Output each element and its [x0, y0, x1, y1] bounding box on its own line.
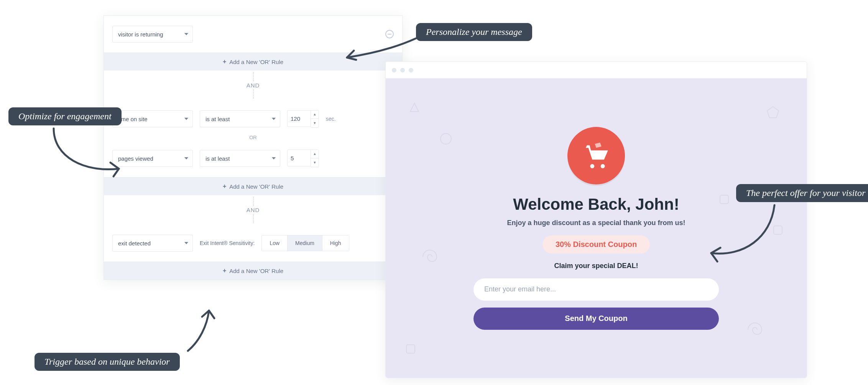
- rule-row-time: time on site is at least ▲ ▼ sec.: [112, 110, 394, 128]
- window-dot: [400, 68, 405, 72]
- svg-point-1: [441, 133, 451, 144]
- offer-popup: Welcome Back, John! Enjoy a huge discoun…: [473, 127, 719, 330]
- rule-row-pages: pages viewed is at least ▲ ▼: [112, 150, 394, 167]
- cart-badge: [567, 127, 625, 184]
- or-separator: OR: [112, 133, 394, 144]
- add-or-rule-button[interactable]: + Add a New 'OR' Rule: [104, 262, 402, 280]
- browser-preview: Welcome Back, John! Enjoy a huge discoun…: [385, 61, 807, 378]
- coupon-pill: 30% Discount Coupon: [542, 235, 650, 253]
- add-or-rule-button[interactable]: + Add a New 'OR' Rule: [104, 53, 402, 71]
- bg-shape-triangle: [409, 102, 420, 113]
- add-or-label: Add a New 'OR' Rule: [229, 59, 283, 65]
- bg-shape-circle: [439, 132, 452, 145]
- svg-rect-5: [774, 226, 782, 234]
- svg-point-6: [590, 164, 594, 168]
- svg-marker-2: [767, 107, 779, 118]
- callout-optimize: Optimize for engagement: [8, 107, 122, 125]
- sensitivity-segmented: Low Medium High: [261, 235, 349, 251]
- plus-icon: +: [223, 58, 226, 65]
- operator-select-time[interactable]: is at least: [200, 110, 280, 127]
- plus-icon: +: [223, 267, 226, 274]
- time-value-input[interactable]: [287, 110, 311, 127]
- popup-title: Welcome Back, John!: [473, 195, 719, 214]
- claim-label: Claim your special DEAL!: [473, 262, 719, 270]
- bg-shape-spiral: [745, 320, 764, 339]
- bg-shape-spiral: [420, 247, 439, 267]
- cart-icon: [580, 140, 612, 171]
- remove-rule-button[interactable]: [385, 30, 394, 38]
- stepper-controls: ▲ ▼: [311, 110, 319, 128]
- rule-group-3: exit detected Exit Intent® Sensitivity: …: [104, 225, 402, 262]
- add-or-label: Add a New 'OR' Rule: [229, 183, 283, 190]
- sensitivity-label: Exit Intent® Sensitivity:: [200, 240, 255, 246]
- select-wrap: visitor is returning: [112, 26, 193, 43]
- unit-label: sec.: [326, 116, 336, 122]
- step-up-button[interactable]: ▲: [311, 150, 319, 158]
- add-or-label: Add a New 'OR' Rule: [229, 268, 283, 274]
- rule-group-1: visitor is returning: [104, 16, 402, 53]
- svg-rect-4: [720, 195, 728, 204]
- callout-perfect-offer: The perfect offer for your visitor: [736, 184, 868, 202]
- and-connector: AND: [104, 71, 402, 100]
- email-input[interactable]: [473, 278, 719, 301]
- sensitivity-medium[interactable]: Medium: [287, 235, 322, 251]
- number-stepper: ▲ ▼: [287, 110, 319, 128]
- field-select-time[interactable]: time on site: [112, 110, 193, 127]
- window-dot: [409, 68, 413, 72]
- operator-select-pages[interactable]: is at least: [200, 150, 280, 167]
- field-select-pages[interactable]: pages viewed: [112, 150, 193, 167]
- bg-shape-pentagon: [766, 105, 780, 119]
- step-down-button[interactable]: ▼: [311, 158, 319, 167]
- sensitivity-low[interactable]: Low: [262, 235, 287, 251]
- callout-trigger: Trigger based on unique behavior: [35, 353, 180, 371]
- bg-shape-square: [772, 224, 784, 236]
- rule-group-2: time on site is at least ▲ ▼ sec. OR pag…: [104, 100, 402, 178]
- stepper-controls: ▲ ▼: [311, 150, 319, 167]
- bg-shape-square: [718, 194, 730, 205]
- browser-chrome: [386, 62, 807, 79]
- window-dot: [392, 68, 396, 72]
- svg-marker-0: [410, 103, 419, 112]
- number-stepper: ▲ ▼: [287, 150, 319, 167]
- step-up-button[interactable]: ▲: [311, 110, 319, 119]
- popup-subtitle: Enjoy a huge discount as a special thank…: [473, 219, 719, 227]
- svg-point-7: [601, 164, 605, 168]
- arrow-icon: [184, 307, 230, 353]
- and-connector: AND: [104, 195, 402, 225]
- step-down-button[interactable]: ▼: [311, 119, 319, 127]
- browser-viewport: Welcome Back, John! Enjoy a huge discoun…: [386, 79, 807, 378]
- rules-panel: visitor is returning + Add a New 'OR' Ru…: [104, 15, 403, 280]
- pages-value-input[interactable]: [287, 150, 311, 166]
- bg-shape-square: [405, 343, 416, 355]
- visitor-type-select[interactable]: visitor is returning: [112, 26, 193, 43]
- svg-rect-3: [406, 345, 415, 353]
- sensitivity-high[interactable]: High: [322, 235, 349, 251]
- add-or-rule-button[interactable]: + Add a New 'OR' Rule: [104, 178, 402, 195]
- send-coupon-button[interactable]: Send My Coupon: [473, 308, 719, 330]
- plus-icon: +: [223, 183, 226, 190]
- callout-personalize: Personalize your message: [416, 23, 532, 41]
- field-select-exit[interactable]: exit detected: [112, 235, 193, 252]
